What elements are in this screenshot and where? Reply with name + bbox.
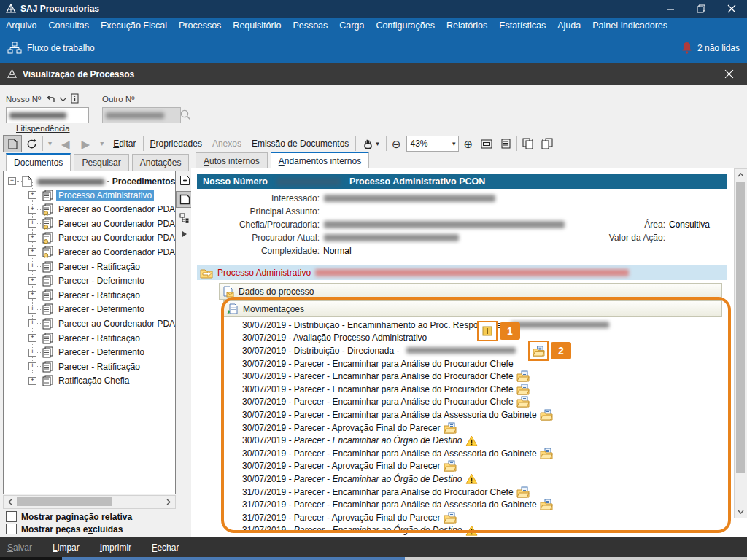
movement-folder-icon[interactable] xyxy=(444,422,457,434)
tree-item-parecer-deferimento[interactable]: +Parecer - Deferimento xyxy=(28,303,147,316)
menu-item-requisit-rio[interactable]: Requisitório xyxy=(227,18,287,33)
movement-row[interactable]: 30/07/2019 - Parecer - Encaminhar para A… xyxy=(242,408,724,421)
movement-row[interactable]: 30/07/2019 - Parecer - Encaminhar ao Órg… xyxy=(242,472,724,486)
expand-icon[interactable]: + xyxy=(28,277,36,285)
menu-item-carga[interactable]: Carga xyxy=(333,18,370,33)
movement-folder-icon[interactable] xyxy=(528,341,549,361)
refresh-button[interactable] xyxy=(22,135,41,152)
tree-item-parecer-ao-coordenador-pda[interactable]: +Parecer ao Coordenador PDA xyxy=(28,245,176,259)
tree-item-parecer-ao-coordenador-pda[interactable]: +Parecer ao Coordenador PDA xyxy=(28,231,176,245)
tree-item-parecer-ratifica-o[interactable]: +Parecer - Ratificação xyxy=(28,288,142,302)
imprimir-button[interactable]: Imprimir xyxy=(100,542,131,553)
tree-item-parecer-ao-coordenador-pda[interactable]: +Parecer ao Coordenador PDA xyxy=(28,217,176,230)
paste-document-button[interactable] xyxy=(3,135,22,152)
previous-document-button[interactable] xyxy=(538,135,557,152)
fit-width-button[interactable] xyxy=(477,135,496,152)
menu-item-configura-es[interactable]: Configurações xyxy=(370,18,441,33)
movement-folder-icon[interactable] xyxy=(516,396,530,408)
warning-icon[interactable] xyxy=(465,473,478,484)
tree-item-label[interactable]: Parecer - Deferimento xyxy=(56,275,147,287)
tree-item-parecer-ao-coordenador-pda[interactable]: +Parecer ao Coordenador PDA xyxy=(28,203,176,217)
tree-item-label[interactable]: Parecer - Ratificação xyxy=(56,289,142,301)
scroll-up-icon[interactable] xyxy=(736,171,745,179)
movement-row[interactable]: 30/07/2019 - Parecer - Encaminhar para A… xyxy=(242,447,724,460)
litispendencia-link[interactable]: Litispendência xyxy=(16,124,70,133)
tab-autos-internos[interactable]: Autos internos xyxy=(196,152,268,169)
restore-button[interactable] xyxy=(686,0,716,18)
tree-item-label[interactable]: Processo Administrativo xyxy=(56,190,154,201)
tree-item-parecer-ao-coordenador-pda[interactable]: +Parecer ao Coordenador PDA xyxy=(28,316,176,330)
zoom-dropdown-icon[interactable]: ▾ xyxy=(452,141,456,147)
movement-folder-icon[interactable] xyxy=(516,384,530,395)
collapse-icon[interactable]: − xyxy=(8,177,16,185)
scroll-thumb[interactable] xyxy=(736,182,745,473)
expand-icon[interactable]: + xyxy=(28,306,36,314)
zoom-level-combobox[interactable]: 43% ▾ xyxy=(406,136,459,152)
search-icon[interactable] xyxy=(179,109,192,121)
tree-item-label[interactable]: Parecer - Ratificação xyxy=(56,332,142,344)
warning-icon[interactable] xyxy=(465,525,478,536)
tree-item-processo-administrativo[interactable]: +Processo Administrativo xyxy=(28,188,154,202)
option-pecas-excluidas[interactable]: Mostrar peças excluídas xyxy=(6,524,123,534)
movement-row[interactable]: 30/07/2019 - Parecer - Aprovação Final d… xyxy=(242,421,724,435)
movement-folder-icon[interactable] xyxy=(516,370,530,382)
tree-item-label[interactable]: Parecer ao Coordenador PDA xyxy=(56,203,176,215)
movement-row[interactable]: 31/07/2019 - Parecer - Encaminhar ao Órg… xyxy=(242,524,724,537)
tab-pesquisar[interactable]: Pesquisar xyxy=(74,154,128,171)
process-info-icon[interactable] xyxy=(71,93,79,104)
movement-row[interactable]: 30/07/2019 - Distribuição - Direcionada … xyxy=(242,344,724,357)
movement-row[interactable]: 30/07/2019 - Parecer - Encaminhar para A… xyxy=(242,383,724,396)
checkbox-pecas-excluidas[interactable] xyxy=(6,524,17,534)
tree-item-label[interactable]: Parecer ao Coordenador PDA xyxy=(56,218,176,230)
tree-item-label[interactable]: Parecer ao Coordenador PDA xyxy=(56,232,176,244)
tree-item-label[interactable]: Parecer - Ratificação xyxy=(56,361,142,373)
expand-icon[interactable]: + xyxy=(28,219,36,228)
section-dados-processo[interactable]: Dados do processo xyxy=(219,283,722,300)
movement-folder-icon[interactable] xyxy=(540,448,553,459)
expand-icon[interactable]: + xyxy=(28,234,36,242)
scroll-left-icon[interactable] xyxy=(5,497,15,507)
close-dialog-button[interactable] xyxy=(713,66,744,83)
tree-item-ratifica-o-chefia[interactable]: +Ratificação Chefia xyxy=(28,374,131,388)
next-document-button[interactable] xyxy=(519,135,538,152)
scroll-down-icon[interactable] xyxy=(736,508,745,516)
tab-andamentos-internos[interactable]: Andamentos internos xyxy=(271,152,369,169)
movement-row[interactable]: 30/07/2019 - Parecer - Aprovação Final d… xyxy=(242,460,724,473)
checkbox-paginacao[interactable] xyxy=(6,511,17,522)
tree-item-label[interactable]: Parecer ao Coordenador PDA xyxy=(56,246,176,258)
tree-item-label[interactable]: Parecer - Deferimento xyxy=(56,346,147,358)
menu-item-relat-rios[interactable]: Relatórios xyxy=(441,18,493,33)
notifications-indicator[interactable]: 2 não lidas xyxy=(681,34,740,63)
expand-icon[interactable]: + xyxy=(28,349,36,357)
warning-icon[interactable] xyxy=(465,435,478,446)
nosso-numero-input[interactable] xyxy=(6,107,89,123)
zoom-out-icon[interactable]: ⊖ xyxy=(388,139,405,149)
fit-page-button[interactable] xyxy=(496,135,515,152)
tree-root-item[interactable]: − - Procedimentos A xyxy=(8,174,176,188)
movement-row[interactable]: 30/07/2019 - Parecer - Encaminhar para A… xyxy=(242,370,724,383)
expand-icon[interactable]: + xyxy=(28,206,36,214)
option-paginacao[interactable]: Mostrar paginação relativa xyxy=(6,511,132,522)
expand-icon[interactable]: + xyxy=(28,319,36,327)
tree-item-label[interactable]: Parecer ao Coordenador PDA xyxy=(56,318,176,330)
movement-folder-icon[interactable] xyxy=(540,409,553,421)
movement-folder-icon[interactable] xyxy=(444,460,457,472)
scroll-right-icon[interactable] xyxy=(163,497,174,507)
menu-item-processos[interactable]: Processos xyxy=(173,18,227,33)
tab-documentos[interactable]: Documentos xyxy=(6,153,71,171)
tree-item-parecer-ratifica-o[interactable]: +Parecer - Ratificação xyxy=(28,331,142,345)
undo-icon[interactable] xyxy=(45,94,55,104)
expand-icon[interactable]: + xyxy=(28,248,36,256)
tree-item-parecer-deferimento[interactable]: +Parecer - Deferimento xyxy=(28,274,147,288)
expand-icon[interactable]: + xyxy=(28,291,36,299)
expand-icon[interactable]: + xyxy=(28,362,36,370)
chevron-down-icon[interactable] xyxy=(59,97,67,102)
hand-tool-button[interactable]: ▾ xyxy=(357,135,384,152)
movement-row[interactable]: 31/07/2019 - Parecer - Encaminhar para A… xyxy=(242,486,724,499)
menu-item-ajuda[interactable]: Ajuda xyxy=(551,18,587,33)
info-icon[interactable] xyxy=(477,321,498,341)
expand-icon[interactable]: + xyxy=(28,262,36,271)
close-window-button[interactable] xyxy=(716,0,747,18)
tree-item-label[interactable]: - Procedimentos A xyxy=(35,176,176,187)
tab-anotacoes[interactable]: Anotações xyxy=(132,154,190,171)
